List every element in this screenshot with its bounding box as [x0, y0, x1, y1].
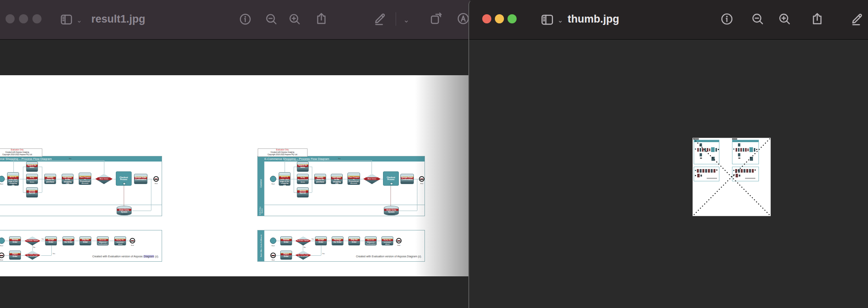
process-box: Accept Order [45, 236, 57, 245]
process-box-label: Review Order [10, 239, 20, 243]
end-node [396, 238, 402, 243]
zoom-in-icon[interactable] [287, 12, 302, 26]
process-box-label: Generate Shipment Confirmation [98, 239, 108, 245]
connector [312, 167, 312, 192]
swimlane-label-text: Customer [258, 162, 264, 205]
chevron-down-icon [76, 18, 83, 25]
start-node-label: Start [268, 183, 278, 185]
process-box: Identify items for purchase [44, 174, 56, 184]
connector [264, 205, 425, 205]
decision-diamond: Can Order issues be resolved? [25, 251, 40, 260]
process-box-label: Review Special [298, 190, 308, 194]
datastore-label: Order Entry System [117, 209, 131, 213]
start-node-label: Start [268, 245, 278, 247]
markup-icon [373, 11, 387, 25]
close-button[interactable] [6, 14, 15, 23]
pages-inner: Evaluation Only.Created with Aspose.Imag… [0, 151, 468, 276]
connector-label: No [304, 247, 306, 249]
info-icon[interactable] [238, 12, 252, 26]
connector [57, 179, 62, 179]
share-icon[interactable] [314, 11, 328, 26]
dotted-x-overlay [693, 138, 771, 216]
process-box-label: Identify items for purchase [315, 177, 325, 183]
zoom-out-icon[interactable] [264, 12, 278, 26]
process-box: Add items to the shopping cart [62, 174, 74, 184]
connector [294, 192, 297, 193]
markup-icon[interactable] [373, 11, 387, 25]
markup-icon[interactable] [850, 11, 864, 25]
connector [326, 179, 331, 179]
process-box: Notify the customer about shipment [114, 236, 126, 245]
rotate-icon [429, 12, 442, 25]
sidebar-icon[interactable] [540, 12, 554, 27]
chevron-down-icon[interactable] [399, 14, 413, 29]
flow-diagram-bottom: Back Office (Order Fulfillment)YesNoYesS… [257, 230, 425, 262]
swimlane-label: Order Entry System [258, 205, 264, 216]
connector [38, 179, 44, 179]
watermark-line: Copyright 2010-2022 Aspose Pty Ltd. [258, 154, 307, 156]
info-icon[interactable] [720, 12, 734, 26]
connector [343, 179, 347, 179]
sidebar-icon[interactable] [59, 12, 74, 27]
connector [32, 245, 33, 251]
connector [104, 160, 104, 174]
connector [132, 211, 151, 211]
zoom-in-icon[interactable] [777, 12, 792, 26]
connector [124, 186, 124, 206]
process-box: Identify items for purchase [314, 174, 326, 184]
end-node [270, 253, 276, 258]
share-icon[interactable] [810, 11, 824, 26]
connector [21, 241, 25, 241]
datastore-cylinder: Order Entry System [384, 206, 399, 215]
process-box: Arrive to order start page of the shoppi… [279, 172, 291, 186]
connector [5, 241, 9, 241]
minimize-button[interactable] [495, 14, 504, 23]
process-box: Package the Order [332, 236, 343, 245]
connector [57, 241, 62, 241]
process-box-label: Verify Recommended items [298, 177, 308, 183]
rotate-icon[interactable] [428, 11, 443, 26]
connector [41, 241, 45, 241]
start-node [0, 238, 5, 244]
evaluation-note-prefix: Created with Evaluation version of Aspos… [92, 255, 143, 258]
chevron-down-icon[interactable] [553, 14, 567, 29]
zoom-out-icon[interactable] [751, 12, 765, 26]
subprocess-marker [390, 183, 393, 185]
swimlane-label-text: Order Entry System [258, 205, 264, 216]
swimlane-label: Customer [258, 162, 264, 205]
connector [38, 192, 42, 193]
process-box-label: Notify the customer about shipment [115, 239, 125, 247]
connector [13, 160, 104, 161]
close-button[interactable] [482, 14, 491, 23]
connector [51, 245, 52, 255]
fullscreen-button[interactable] [508, 14, 517, 23]
highlight-icon [457, 12, 470, 25]
connector-label: Yes [322, 253, 325, 255]
decision-diamond: Is Order Valid? [295, 236, 311, 245]
flow-diagram-top: E-Commerce Shopping – Process Flow Diagr… [257, 156, 425, 216]
sidebar-icon [540, 13, 554, 27]
fullscreen-button[interactable] [32, 14, 42, 23]
connector [13, 160, 14, 172]
minimize-button[interactable] [19, 14, 28, 23]
connector-label: Yes [338, 158, 341, 160]
diagram-page: Evaluation Only.Created with Aspose.Imag… [257, 151, 425, 266]
evaluation-note-suffix: (c). [154, 255, 159, 258]
subprocess-marker [123, 183, 126, 185]
process-box: Place Coupon or Promotional discount [347, 173, 360, 185]
connector [360, 241, 365, 241]
connector [391, 186, 391, 206]
process-box-label: Review Order Confirmation [135, 177, 147, 181]
connector-label: Yes [53, 253, 55, 255]
connector [309, 192, 312, 193]
connector [377, 241, 381, 241]
start-node-label: Start [0, 245, 6, 247]
process-box: Notify the customer about shipment [381, 236, 393, 245]
end-node [0, 253, 4, 258]
chevron-down-icon[interactable] [72, 14, 86, 29]
process-box: Review Order [9, 236, 21, 245]
chevron-down-icon [403, 18, 410, 25]
evaluation-note-highlighted-word: Diagram [407, 255, 417, 258]
connector [23, 167, 23, 192]
process-box: Reject Order [9, 251, 21, 260]
